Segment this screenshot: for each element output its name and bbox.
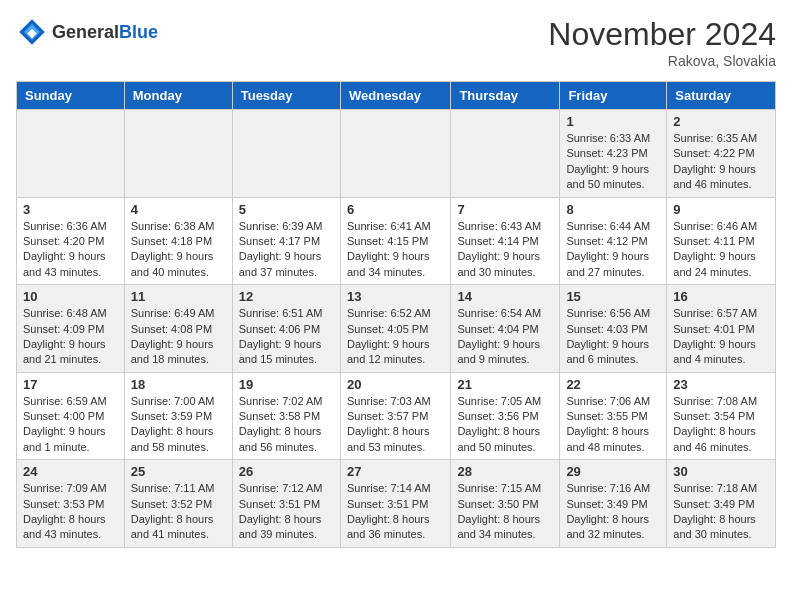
day-number: 26: [239, 464, 334, 479]
calendar-day-13: 13Sunrise: 6:52 AM Sunset: 4:05 PM Dayli…: [340, 285, 450, 373]
day-info: Sunrise: 6:43 AM Sunset: 4:14 PM Dayligh…: [457, 219, 553, 281]
day-number: 14: [457, 289, 553, 304]
day-number: 19: [239, 377, 334, 392]
logo-icon: [16, 16, 48, 48]
weekday-header-tuesday: Tuesday: [232, 82, 340, 110]
day-info: Sunrise: 6:35 AM Sunset: 4:22 PM Dayligh…: [673, 131, 769, 193]
calendar-week-row: 3Sunrise: 6:36 AM Sunset: 4:20 PM Daylig…: [17, 197, 776, 285]
month-title: November 2024: [548, 16, 776, 53]
calendar-day-11: 11Sunrise: 6:49 AM Sunset: 4:08 PM Dayli…: [124, 285, 232, 373]
calendar-day-24: 24Sunrise: 7:09 AM Sunset: 3:53 PM Dayli…: [17, 460, 125, 548]
weekday-header-monday: Monday: [124, 82, 232, 110]
day-info: Sunrise: 7:02 AM Sunset: 3:58 PM Dayligh…: [239, 394, 334, 456]
day-info: Sunrise: 7:18 AM Sunset: 3:49 PM Dayligh…: [673, 481, 769, 543]
day-info: Sunrise: 6:56 AM Sunset: 4:03 PM Dayligh…: [566, 306, 660, 368]
day-number: 21: [457, 377, 553, 392]
day-info: Sunrise: 6:41 AM Sunset: 4:15 PM Dayligh…: [347, 219, 444, 281]
day-info: Sunrise: 6:57 AM Sunset: 4:01 PM Dayligh…: [673, 306, 769, 368]
calendar-week-row: 1Sunrise: 6:33 AM Sunset: 4:23 PM Daylig…: [17, 110, 776, 198]
calendar-day-16: 16Sunrise: 6:57 AM Sunset: 4:01 PM Dayli…: [667, 285, 776, 373]
calendar-day-15: 15Sunrise: 6:56 AM Sunset: 4:03 PM Dayli…: [560, 285, 667, 373]
calendar-day-14: 14Sunrise: 6:54 AM Sunset: 4:04 PM Dayli…: [451, 285, 560, 373]
day-info: Sunrise: 7:06 AM Sunset: 3:55 PM Dayligh…: [566, 394, 660, 456]
day-info: Sunrise: 6:54 AM Sunset: 4:04 PM Dayligh…: [457, 306, 553, 368]
day-info: Sunrise: 6:49 AM Sunset: 4:08 PM Dayligh…: [131, 306, 226, 368]
day-info: Sunrise: 6:44 AM Sunset: 4:12 PM Dayligh…: [566, 219, 660, 281]
day-info: Sunrise: 7:05 AM Sunset: 3:56 PM Dayligh…: [457, 394, 553, 456]
day-number: 17: [23, 377, 118, 392]
calendar-day-3: 3Sunrise: 6:36 AM Sunset: 4:20 PM Daylig…: [17, 197, 125, 285]
weekday-header-saturday: Saturday: [667, 82, 776, 110]
calendar-empty-cell: [17, 110, 125, 198]
day-number: 13: [347, 289, 444, 304]
weekday-header-thursday: Thursday: [451, 82, 560, 110]
weekday-header-friday: Friday: [560, 82, 667, 110]
calendar-empty-cell: [124, 110, 232, 198]
calendar-day-26: 26Sunrise: 7:12 AM Sunset: 3:51 PM Dayli…: [232, 460, 340, 548]
calendar-empty-cell: [232, 110, 340, 198]
page-header: GeneralBlue November 2024 Rakova, Slovak…: [16, 16, 776, 69]
day-info: Sunrise: 7:16 AM Sunset: 3:49 PM Dayligh…: [566, 481, 660, 543]
calendar-day-8: 8Sunrise: 6:44 AM Sunset: 4:12 PM Daylig…: [560, 197, 667, 285]
day-info: Sunrise: 7:12 AM Sunset: 3:51 PM Dayligh…: [239, 481, 334, 543]
calendar-day-18: 18Sunrise: 7:00 AM Sunset: 3:59 PM Dayli…: [124, 372, 232, 460]
day-info: Sunrise: 6:59 AM Sunset: 4:00 PM Dayligh…: [23, 394, 118, 456]
day-info: Sunrise: 6:36 AM Sunset: 4:20 PM Dayligh…: [23, 219, 118, 281]
calendar-day-19: 19Sunrise: 7:02 AM Sunset: 3:58 PM Dayli…: [232, 372, 340, 460]
calendar-day-17: 17Sunrise: 6:59 AM Sunset: 4:00 PM Dayli…: [17, 372, 125, 460]
calendar-week-row: 24Sunrise: 7:09 AM Sunset: 3:53 PM Dayli…: [17, 460, 776, 548]
calendar-week-row: 17Sunrise: 6:59 AM Sunset: 4:00 PM Dayli…: [17, 372, 776, 460]
day-number: 5: [239, 202, 334, 217]
day-info: Sunrise: 7:08 AM Sunset: 3:54 PM Dayligh…: [673, 394, 769, 456]
calendar-day-29: 29Sunrise: 7:16 AM Sunset: 3:49 PM Dayli…: [560, 460, 667, 548]
weekday-header-sunday: Sunday: [17, 82, 125, 110]
weekday-header-row: SundayMondayTuesdayWednesdayThursdayFrid…: [17, 82, 776, 110]
calendar-header: SundayMondayTuesdayWednesdayThursdayFrid…: [17, 82, 776, 110]
day-number: 27: [347, 464, 444, 479]
title-block: November 2024 Rakova, Slovakia: [548, 16, 776, 69]
day-number: 25: [131, 464, 226, 479]
day-number: 24: [23, 464, 118, 479]
weekday-header-wednesday: Wednesday: [340, 82, 450, 110]
calendar-day-12: 12Sunrise: 6:51 AM Sunset: 4:06 PM Dayli…: [232, 285, 340, 373]
calendar-day-6: 6Sunrise: 6:41 AM Sunset: 4:15 PM Daylig…: [340, 197, 450, 285]
day-info: Sunrise: 7:03 AM Sunset: 3:57 PM Dayligh…: [347, 394, 444, 456]
day-number: 18: [131, 377, 226, 392]
day-info: Sunrise: 6:46 AM Sunset: 4:11 PM Dayligh…: [673, 219, 769, 281]
calendar-day-5: 5Sunrise: 6:39 AM Sunset: 4:17 PM Daylig…: [232, 197, 340, 285]
calendar-body: 1Sunrise: 6:33 AM Sunset: 4:23 PM Daylig…: [17, 110, 776, 548]
day-info: Sunrise: 7:09 AM Sunset: 3:53 PM Dayligh…: [23, 481, 118, 543]
day-number: 10: [23, 289, 118, 304]
logo-blue: Blue: [119, 22, 158, 42]
day-info: Sunrise: 6:39 AM Sunset: 4:17 PM Dayligh…: [239, 219, 334, 281]
calendar-table: SundayMondayTuesdayWednesdayThursdayFrid…: [16, 81, 776, 548]
day-number: 2: [673, 114, 769, 129]
logo-general: General: [52, 22, 119, 42]
day-info: Sunrise: 6:52 AM Sunset: 4:05 PM Dayligh…: [347, 306, 444, 368]
day-info: Sunrise: 7:15 AM Sunset: 3:50 PM Dayligh…: [457, 481, 553, 543]
day-number: 30: [673, 464, 769, 479]
day-number: 7: [457, 202, 553, 217]
day-number: 12: [239, 289, 334, 304]
day-info: Sunrise: 6:48 AM Sunset: 4:09 PM Dayligh…: [23, 306, 118, 368]
calendar-empty-cell: [340, 110, 450, 198]
calendar-empty-cell: [451, 110, 560, 198]
calendar-week-row: 10Sunrise: 6:48 AM Sunset: 4:09 PM Dayli…: [17, 285, 776, 373]
day-number: 15: [566, 289, 660, 304]
day-number: 3: [23, 202, 118, 217]
day-number: 11: [131, 289, 226, 304]
calendar-day-4: 4Sunrise: 6:38 AM Sunset: 4:18 PM Daylig…: [124, 197, 232, 285]
day-number: 8: [566, 202, 660, 217]
calendar-day-27: 27Sunrise: 7:14 AM Sunset: 3:51 PM Dayli…: [340, 460, 450, 548]
calendar-day-30: 30Sunrise: 7:18 AM Sunset: 3:49 PM Dayli…: [667, 460, 776, 548]
calendar-day-20: 20Sunrise: 7:03 AM Sunset: 3:57 PM Dayli…: [340, 372, 450, 460]
day-info: Sunrise: 7:11 AM Sunset: 3:52 PM Dayligh…: [131, 481, 226, 543]
day-number: 4: [131, 202, 226, 217]
day-info: Sunrise: 6:38 AM Sunset: 4:18 PM Dayligh…: [131, 219, 226, 281]
calendar-day-25: 25Sunrise: 7:11 AM Sunset: 3:52 PM Dayli…: [124, 460, 232, 548]
logo-text: GeneralBlue: [52, 22, 158, 43]
calendar-day-7: 7Sunrise: 6:43 AM Sunset: 4:14 PM Daylig…: [451, 197, 560, 285]
calendar-day-1: 1Sunrise: 6:33 AM Sunset: 4:23 PM Daylig…: [560, 110, 667, 198]
calendar-day-10: 10Sunrise: 6:48 AM Sunset: 4:09 PM Dayli…: [17, 285, 125, 373]
day-info: Sunrise: 7:14 AM Sunset: 3:51 PM Dayligh…: [347, 481, 444, 543]
